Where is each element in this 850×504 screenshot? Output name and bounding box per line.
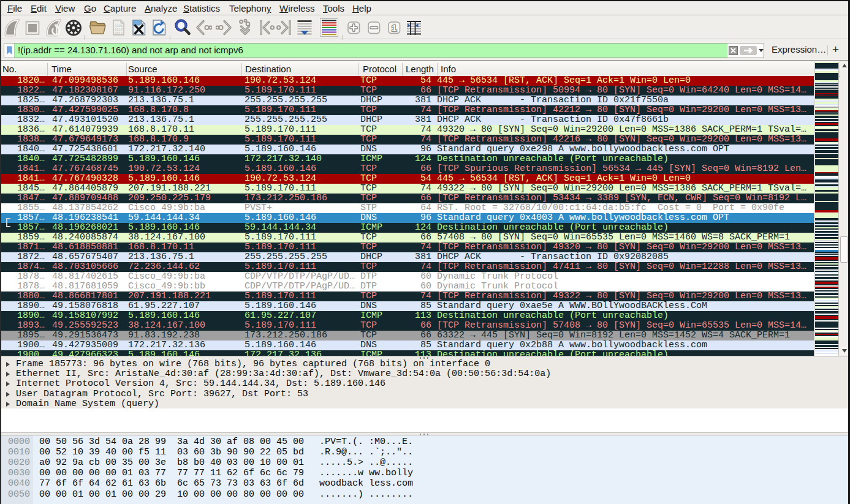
svg-text:0011: 0011: [115, 31, 123, 36]
svg-text:1: 1: [392, 23, 397, 33]
